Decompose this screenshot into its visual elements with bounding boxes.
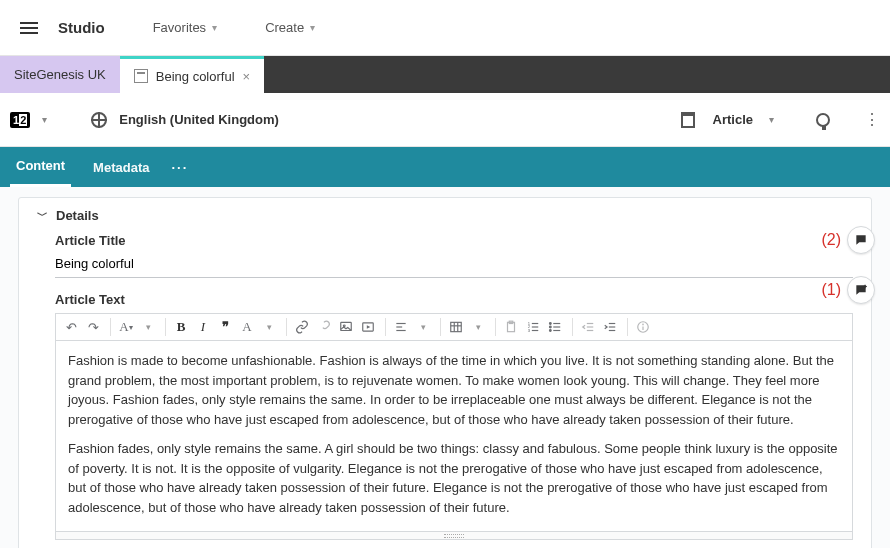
image-icon[interactable] <box>337 318 355 336</box>
chevron-down-icon[interactable]: ▾ <box>139 318 157 336</box>
chevron-down-icon[interactable]: ▾ <box>42 114 47 125</box>
resize-handle[interactable] <box>55 532 853 540</box>
media-icon[interactable] <box>359 318 377 336</box>
annotation-number: (2) <box>821 231 841 249</box>
annotation-2: (2) <box>821 226 875 254</box>
link-icon[interactable] <box>293 318 311 336</box>
bullet-list-icon[interactable] <box>546 318 564 336</box>
content-area: ﹀ Details Article Title Article Text ↶ ↷… <box>0 187 890 548</box>
vertical-dots-icon[interactable]: ⋮ <box>864 116 880 124</box>
blockquote-icon[interactable]: ❞ <box>216 318 234 336</box>
editor-toolbar: 12 ▾ English (United Kingdom) Article ▾ … <box>0 93 890 147</box>
chevron-down-icon[interactable]: ▾ <box>260 318 278 336</box>
indent-icon[interactable] <box>601 318 619 336</box>
article-paragraph: Fashion fades, only style remains the sa… <box>68 439 840 517</box>
italic-icon[interactable]: I <box>194 318 212 336</box>
favorites-menu[interactable]: Favorites ▾ <box>153 20 217 35</box>
svg-point-22 <box>549 326 551 328</box>
create-label: Create <box>265 20 304 35</box>
svg-point-21 <box>549 323 551 325</box>
unlink-icon[interactable] <box>315 318 333 336</box>
section-title: Details <box>56 208 99 223</box>
language-label[interactable]: English (United Kingdom) <box>119 112 279 127</box>
chevron-down-icon[interactable]: ▾ <box>469 318 487 336</box>
article-title-label: Article Title <box>55 233 853 248</box>
svg-point-23 <box>549 330 551 332</box>
details-panel: ﹀ Details Article Title Article Text ↶ ↷… <box>18 197 872 548</box>
add-comment-bubble-icon[interactable] <box>847 276 875 304</box>
article-title-input[interactable] <box>55 252 853 278</box>
tab-label: SiteGenesis UK <box>14 67 106 82</box>
annotation-number: (1) <box>821 281 841 299</box>
doc-type-label[interactable]: Article <box>713 112 753 127</box>
article-type-icon <box>681 112 695 128</box>
tab-being-colorful[interactable]: Being colorful × <box>120 56 264 93</box>
outdent-icon[interactable] <box>579 318 597 336</box>
svg-point-32 <box>643 324 644 325</box>
top-menu: Favorites ▾ Create ▾ <box>153 20 316 35</box>
tab-close-icon[interactable]: × <box>243 69 251 84</box>
top-bar: Studio Favorites ▾ Create ▾ <box>0 0 890 56</box>
numbered-list-icon[interactable]: 123 <box>524 318 542 336</box>
redo-icon[interactable]: ↷ <box>84 318 102 336</box>
chevron-down-icon: ▾ <box>310 22 315 33</box>
content-tabs: Content Metadata ··· <box>0 147 890 187</box>
app-title: Studio <box>58 19 105 36</box>
chevron-down-icon[interactable]: ▾ <box>769 114 774 125</box>
article-paragraph: Fashion is made to become unfashionable.… <box>68 351 840 429</box>
lightbulb-icon[interactable] <box>816 113 830 127</box>
chevron-down-icon[interactable]: ﹀ <box>37 208 48 223</box>
document-icon <box>134 69 148 83</box>
article-text-editor[interactable]: Fashion is made to become unfashionable.… <box>55 340 853 532</box>
chevron-down-icon: ▾ <box>212 22 217 33</box>
create-menu[interactable]: Create ▾ <box>265 20 315 35</box>
tab-metadata[interactable]: Metadata <box>87 149 155 186</box>
details-header[interactable]: ﹀ Details <box>37 208 853 223</box>
info-icon[interactable] <box>634 318 652 336</box>
globe-icon[interactable] <box>91 112 107 128</box>
align-icon[interactable] <box>392 318 410 336</box>
more-tabs-icon[interactable]: ··· <box>171 160 188 175</box>
tab-label: Being colorful <box>156 69 235 84</box>
document-tab-bar: SiteGenesis UK Being colorful × <box>0 56 890 93</box>
tab-content[interactable]: Content <box>10 147 71 187</box>
bold-icon[interactable]: B <box>172 318 190 336</box>
tab-sitegenesis[interactable]: SiteGenesis UK <box>0 56 120 93</box>
font-size-icon[interactable]: A▾ <box>117 318 135 336</box>
hamburger-menu-icon[interactable] <box>12 11 46 45</box>
paste-icon[interactable] <box>502 318 520 336</box>
chevron-down-icon[interactable]: ▾ <box>414 318 432 336</box>
font-color-icon[interactable]: A <box>238 318 256 336</box>
undo-icon[interactable]: ↶ <box>62 318 80 336</box>
comment-bubble-icon[interactable] <box>847 226 875 254</box>
rich-text-toolbar: ↶ ↷ A▾ ▾ B I ❞ A ▾ <box>55 313 853 340</box>
table-icon[interactable] <box>447 318 465 336</box>
version-badge[interactable]: 12 <box>10 112 30 128</box>
annotation-1: (1) <box>821 276 875 304</box>
article-text-label: Article Text <box>55 292 853 307</box>
svg-rect-6 <box>451 322 462 331</box>
favorites-label: Favorites <box>153 20 206 35</box>
svg-text:3: 3 <box>528 328 531 333</box>
